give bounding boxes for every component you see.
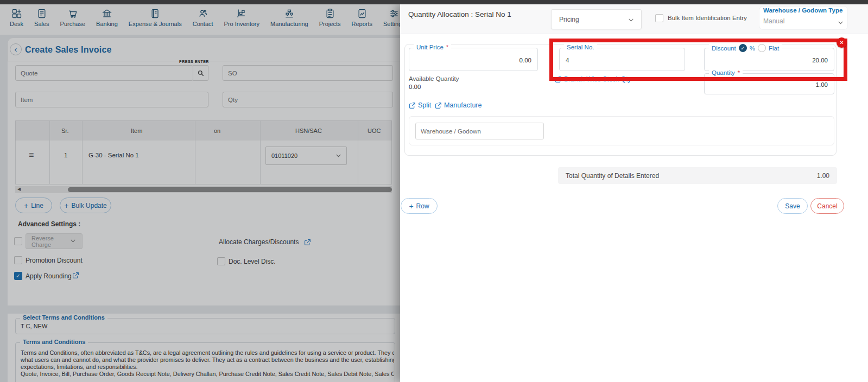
bank-icon bbox=[102, 8, 112, 19]
add-line-button[interactable]: + Line bbox=[15, 198, 52, 213]
nav-item-expense-journals[interactable]: Expense & Journals bbox=[123, 8, 187, 27]
chevron-down-icon bbox=[335, 152, 342, 160]
scrollbar-thumb[interactable] bbox=[68, 187, 392, 192]
main-navbar: Desk Sales Purchase Banking Expense & Jo… bbox=[0, 4, 400, 35]
quantity-label: Quantity bbox=[712, 69, 735, 76]
quantity-field[interactable]: Quantity* bbox=[704, 73, 834, 94]
nav-item-pro-inventory[interactable]: Pro Inventory bbox=[219, 8, 265, 27]
promotion-discount-label: Promotion Discount bbox=[26, 257, 83, 264]
chevron-down-icon[interactable] bbox=[837, 18, 844, 28]
split-link[interactable]: Split bbox=[409, 101, 431, 109]
discount-field[interactable]: Discount ✓ % Flat bbox=[704, 48, 834, 71]
qty-input[interactable] bbox=[223, 92, 393, 107]
terms-line: Terms and Conditions, often abbreviated … bbox=[21, 349, 394, 356]
external-link-icon bbox=[409, 102, 416, 109]
select-terms-fieldset[interactable]: Select Terms and Conditions T C, NEW bbox=[15, 318, 395, 334]
save-button[interactable]: Save bbox=[777, 198, 808, 214]
so-input[interactable] bbox=[223, 65, 393, 81]
nav-item-purchase[interactable]: Purchase bbox=[55, 8, 91, 27]
unit-price-input[interactable] bbox=[410, 50, 537, 70]
unit-price-field[interactable]: Unit Price* bbox=[409, 48, 538, 71]
select-terms-label: Select Terms and Conditions bbox=[20, 314, 107, 321]
nav-item-projects[interactable]: Projects bbox=[314, 8, 346, 27]
reverse-charge-checkbox[interactable] bbox=[14, 237, 22, 245]
reverse-charge-label: Reverse Charge bbox=[31, 235, 65, 248]
cancel-button[interactable]: Cancel bbox=[810, 198, 844, 214]
nav-item-banking[interactable]: Banking bbox=[91, 8, 123, 27]
col-sr: Sr. bbox=[61, 128, 68, 134]
manufacturing-icon bbox=[284, 8, 295, 19]
quote-search-button[interactable] bbox=[193, 65, 208, 81]
nav-label: Settings bbox=[383, 21, 400, 27]
promotion-discount-checkbox[interactable] bbox=[14, 256, 22, 264]
terms-text-fieldset[interactable]: Terms and Conditions Terms and Condition… bbox=[15, 342, 395, 382]
available-qty-value: 0.00 bbox=[409, 84, 421, 90]
terms-text-label: Terms and Conditions bbox=[20, 339, 88, 345]
inventory-trolley-icon bbox=[236, 8, 247, 19]
external-link-icon bbox=[555, 76, 562, 83]
search-icon bbox=[197, 69, 205, 77]
external-link-icon[interactable] bbox=[72, 272, 79, 279]
nav-item-desk[interactable]: Desk bbox=[4, 8, 29, 27]
serial-no-field[interactable]: Serial No. bbox=[559, 48, 685, 71]
chevron-down-icon bbox=[69, 237, 77, 245]
advanced-settings-heading: Advanced Settings : bbox=[18, 220, 80, 228]
nav-label: Projects bbox=[319, 21, 341, 27]
quantity-input[interactable] bbox=[705, 76, 833, 93]
scroll-left-icon[interactable]: ◀ bbox=[17, 187, 21, 192]
allocate-charges-link[interactable]: Allocate Charges/Discounts bbox=[219, 238, 311, 246]
hsn-select[interactable]: 01011020 bbox=[265, 147, 347, 165]
manufacture-link[interactable]: Manufacture bbox=[435, 101, 481, 109]
press-enter-hint: PRESS ENTER bbox=[179, 60, 209, 63]
branch-wise-stock-link[interactable]: Branch Wise Stock Qty bbox=[555, 75, 631, 83]
nav-label: Desk bbox=[10, 21, 23, 27]
quote-input[interactable] bbox=[15, 65, 193, 81]
col-uoc: UOC bbox=[368, 128, 381, 134]
branch-wise-stock-label: Branch Wise Stock Qty bbox=[564, 75, 631, 83]
nav-item-manufacturing[interactable]: Manufacturing bbox=[265, 8, 314, 27]
nav-label: Manufacturing bbox=[270, 21, 308, 27]
doc-level-disc-checkbox[interactable] bbox=[217, 257, 225, 265]
plus-icon: + bbox=[64, 202, 68, 209]
total-quantity-bar: Total Quantity of Details Entered 1.00 bbox=[558, 167, 837, 184]
manufacture-label: Manufacture bbox=[444, 101, 481, 109]
allocate-charges-label: Allocate Charges/Discounts bbox=[219, 238, 299, 246]
col-item: Item bbox=[131, 128, 142, 134]
discount-input[interactable] bbox=[705, 50, 833, 70]
nav-label: Contact bbox=[193, 21, 213, 27]
hsn-value: 01011020 bbox=[271, 152, 297, 159]
sales-icon bbox=[36, 8, 47, 19]
row-sr: 1 bbox=[64, 152, 67, 158]
plus-icon: + bbox=[24, 202, 28, 209]
nav-label: Pro Inventory bbox=[224, 21, 259, 27]
apply-rounding-checkbox[interactable]: ✓ bbox=[14, 272, 22, 280]
bulk-item-label: Bulk Item Identification Entry bbox=[668, 15, 747, 21]
page-title: Create Sales Invoice bbox=[25, 45, 112, 55]
nav-label: Banking bbox=[96, 21, 118, 27]
desk-icon bbox=[11, 8, 22, 19]
drag-handle-icon[interactable]: ≡ bbox=[29, 150, 34, 160]
nav-item-reports[interactable]: Reports bbox=[346, 8, 378, 27]
plus-icon: + bbox=[409, 202, 413, 210]
add-line-label: Line bbox=[31, 202, 43, 209]
serial-no-input[interactable] bbox=[560, 50, 684, 70]
nav-label: Sales bbox=[34, 21, 49, 27]
back-button[interactable]: ‹ bbox=[10, 43, 22, 55]
select-terms-value: T C, NEW bbox=[21, 323, 47, 329]
annotation-close-icon[interactable]: × bbox=[837, 37, 847, 48]
terms-line: expectations, limitations, and responsib… bbox=[21, 364, 394, 371]
bulk-item-checkbox[interactable] bbox=[655, 14, 663, 22]
pricing-select[interactable]: Pricing bbox=[551, 9, 642, 29]
warehouse-godown-input[interactable] bbox=[415, 123, 544, 139]
nav-item-contact[interactable]: Contact bbox=[187, 8, 219, 27]
add-row-button[interactable]: + Row bbox=[401, 198, 438, 214]
report-chart-icon bbox=[357, 8, 368, 19]
nav-item-sales[interactable]: Sales bbox=[29, 8, 55, 27]
item-input[interactable] bbox=[15, 92, 208, 107]
table-hscrollbar[interactable]: ◀ bbox=[15, 186, 392, 193]
nav-item-settings[interactable]: Settings bbox=[378, 8, 400, 27]
unit-price-label: Unit Price bbox=[416, 44, 443, 50]
bulk-update-button[interactable]: + Bulk Update bbox=[60, 198, 111, 213]
chevron-down-icon bbox=[628, 16, 635, 26]
reverse-charge-select[interactable]: Reverse Charge bbox=[26, 233, 83, 249]
